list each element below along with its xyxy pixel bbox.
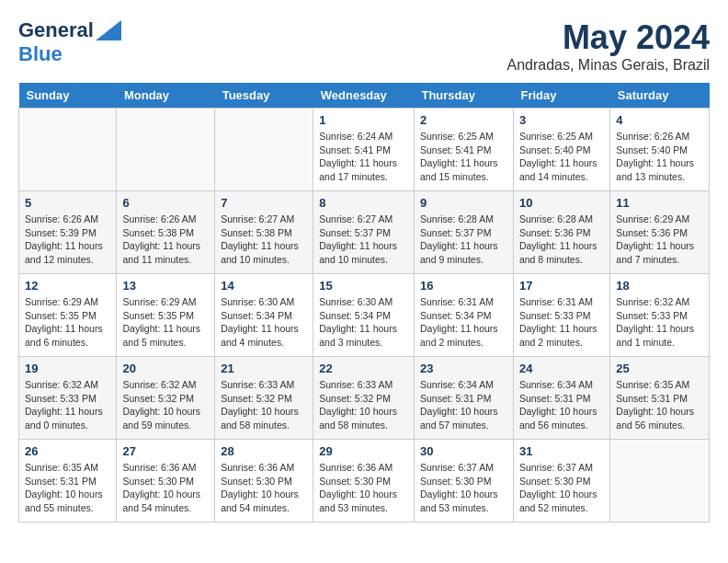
header-wednesday: Wednesday [313,83,415,109]
calendar-cell: 22Sunrise: 6:33 AMSunset: 5:32 PMDayligh… [313,357,415,440]
calendar-cell: 23Sunrise: 6:34 AMSunset: 5:31 PMDayligh… [414,357,513,440]
day-info: Sunrise: 6:31 AMSunset: 5:34 PMDaylight:… [420,295,507,350]
day-info: Sunrise: 6:36 AMSunset: 5:30 PMDaylight:… [122,461,209,515]
day-number: 3 [519,113,604,127]
calendar-cell: 11Sunrise: 6:29 AMSunset: 5:36 PMDayligh… [610,191,710,274]
day-number: 15 [319,279,408,293]
day-info: Sunrise: 6:28 AMSunset: 5:36 PMDaylight:… [519,213,604,267]
calendar-cell: 31Sunrise: 6:37 AMSunset: 5:30 PMDayligh… [513,440,609,523]
main-title: May 2024 [506,18,710,57]
calendar-cell: 3Sunrise: 6:25 AMSunset: 5:40 PMDaylight… [513,109,609,191]
header-monday: Monday [117,83,215,109]
day-info: Sunrise: 6:37 AMSunset: 5:30 PMDaylight:… [420,461,507,515]
calendar-cell: 12Sunrise: 6:29 AMSunset: 5:35 PMDayligh… [19,274,117,357]
logo-general: General [18,18,94,42]
day-info: Sunrise: 6:37 AMSunset: 5:30 PMDaylight:… [519,461,604,515]
calendar-cell: 26Sunrise: 6:35 AMSunset: 5:31 PMDayligh… [19,440,117,523]
day-info: Sunrise: 6:26 AMSunset: 5:39 PMDaylight:… [25,213,110,267]
day-info: Sunrise: 6:32 AMSunset: 5:33 PMDaylight:… [25,378,110,432]
header-thursday: Thursday [414,83,513,109]
header-tuesday: Tuesday [215,83,313,109]
day-info: Sunrise: 6:25 AMSunset: 5:41 PMDaylight:… [420,130,507,184]
day-info: Sunrise: 6:33 AMSunset: 5:32 PMDaylight:… [319,378,408,432]
day-number: 22 [319,362,408,375]
day-info: Sunrise: 6:32 AMSunset: 5:33 PMDaylight:… [616,295,703,350]
day-number: 27 [122,444,209,458]
day-number: 1 [319,113,408,127]
day-info: Sunrise: 6:29 AMSunset: 5:35 PMDaylight:… [122,295,209,350]
day-info: Sunrise: 6:33 AMSunset: 5:32 PMDaylight:… [221,378,307,432]
calendar-cell: 15Sunrise: 6:30 AMSunset: 5:34 PMDayligh… [313,274,415,357]
day-info: Sunrise: 6:34 AMSunset: 5:31 PMDaylight:… [519,378,604,432]
day-number: 24 [519,362,604,375]
day-number: 29 [319,444,408,458]
calendar-cell [215,109,313,191]
day-number: 12 [25,279,110,293]
day-number: 20 [122,362,209,375]
calendar-cell: 9Sunrise: 6:28 AMSunset: 5:37 PMDaylight… [414,191,513,274]
day-number: 17 [519,279,604,293]
day-info: Sunrise: 6:27 AMSunset: 5:37 PMDaylight:… [319,213,408,267]
day-number: 16 [420,279,507,293]
calendar-header-row: SundayMondayTuesdayWednesdayThursdayFrid… [19,83,710,109]
calendar-cell: 20Sunrise: 6:32 AMSunset: 5:32 PMDayligh… [117,357,215,440]
day-number: 14 [221,279,307,293]
calendar-cell: 2Sunrise: 6:25 AMSunset: 5:41 PMDaylight… [414,109,513,191]
calendar-cell: 16Sunrise: 6:31 AMSunset: 5:34 PMDayligh… [414,274,513,357]
day-info: Sunrise: 6:35 AMSunset: 5:31 PMDaylight:… [616,378,703,432]
calendar-cell: 27Sunrise: 6:36 AMSunset: 5:30 PMDayligh… [117,440,215,523]
day-number: 23 [420,362,507,375]
calendar-table: SundayMondayTuesdayWednesdayThursdayFrid… [18,83,710,523]
day-info: Sunrise: 6:30 AMSunset: 5:34 PMDaylight:… [221,295,307,350]
calendar-cell: 25Sunrise: 6:35 AMSunset: 5:31 PMDayligh… [610,357,710,440]
day-info: Sunrise: 6:26 AMSunset: 5:38 PMDaylight:… [122,213,209,267]
day-info: Sunrise: 6:29 AMSunset: 5:35 PMDaylight:… [25,295,110,350]
logo: General Blue [18,18,121,66]
header-sunday: Sunday [19,83,117,109]
calendar-cell: 6Sunrise: 6:26 AMSunset: 5:38 PMDaylight… [117,191,215,274]
calendar-cell: 29Sunrise: 6:36 AMSunset: 5:30 PMDayligh… [313,440,415,523]
calendar-cell: 24Sunrise: 6:34 AMSunset: 5:31 PMDayligh… [513,357,609,440]
calendar-cell [117,109,215,191]
day-info: Sunrise: 6:27 AMSunset: 5:38 PMDaylight:… [221,213,307,267]
day-number: 2 [420,113,507,127]
header-saturday: Saturday [610,83,710,109]
day-info: Sunrise: 6:34 AMSunset: 5:31 PMDaylight:… [420,378,507,432]
week-row-5: 26Sunrise: 6:35 AMSunset: 5:31 PMDayligh… [19,440,710,523]
page-header: General Blue May 2024 Andradas, Minas Ge… [18,18,710,74]
day-number: 19 [25,362,110,375]
calendar-cell: 30Sunrise: 6:37 AMSunset: 5:30 PMDayligh… [414,440,513,523]
day-number: 7 [221,196,307,210]
day-info: Sunrise: 6:35 AMSunset: 5:31 PMDaylight:… [25,461,110,515]
day-number: 26 [25,444,110,458]
day-info: Sunrise: 6:31 AMSunset: 5:33 PMDaylight:… [519,295,604,350]
day-number: 10 [519,196,604,210]
calendar-cell: 4Sunrise: 6:26 AMSunset: 5:40 PMDaylight… [610,109,710,191]
day-number: 6 [122,196,209,210]
day-info: Sunrise: 6:29 AMSunset: 5:36 PMDaylight:… [616,213,703,267]
day-info: Sunrise: 6:25 AMSunset: 5:40 PMDaylight:… [519,130,604,184]
day-info: Sunrise: 6:28 AMSunset: 5:37 PMDaylight:… [420,213,507,267]
calendar-cell [19,109,117,191]
calendar-cell: 18Sunrise: 6:32 AMSunset: 5:33 PMDayligh… [610,274,710,357]
day-number: 30 [420,444,507,458]
calendar-cell: 28Sunrise: 6:36 AMSunset: 5:30 PMDayligh… [215,440,313,523]
svg-marker-0 [96,20,121,40]
day-number: 21 [221,362,307,375]
week-row-1: 1Sunrise: 6:24 AMSunset: 5:41 PMDaylight… [19,109,710,191]
calendar-cell: 21Sunrise: 6:33 AMSunset: 5:32 PMDayligh… [215,357,313,440]
day-number: 8 [319,196,408,210]
title-block: May 2024 Andradas, Minas Gerais, Brazil [506,18,710,74]
calendar-cell: 1Sunrise: 6:24 AMSunset: 5:41 PMDaylight… [313,109,415,191]
calendar-cell: 14Sunrise: 6:30 AMSunset: 5:34 PMDayligh… [215,274,313,357]
day-number: 4 [616,113,703,127]
calendar-cell [610,440,710,523]
logo-icon [96,20,121,40]
day-number: 11 [616,196,703,210]
calendar-cell: 10Sunrise: 6:28 AMSunset: 5:36 PMDayligh… [513,191,609,274]
calendar-cell: 13Sunrise: 6:29 AMSunset: 5:35 PMDayligh… [117,274,215,357]
day-number: 18 [616,279,703,293]
day-info: Sunrise: 6:26 AMSunset: 5:40 PMDaylight:… [616,130,703,184]
calendar-cell: 5Sunrise: 6:26 AMSunset: 5:39 PMDaylight… [19,191,117,274]
subtitle: Andradas, Minas Gerais, Brazil [506,57,710,74]
